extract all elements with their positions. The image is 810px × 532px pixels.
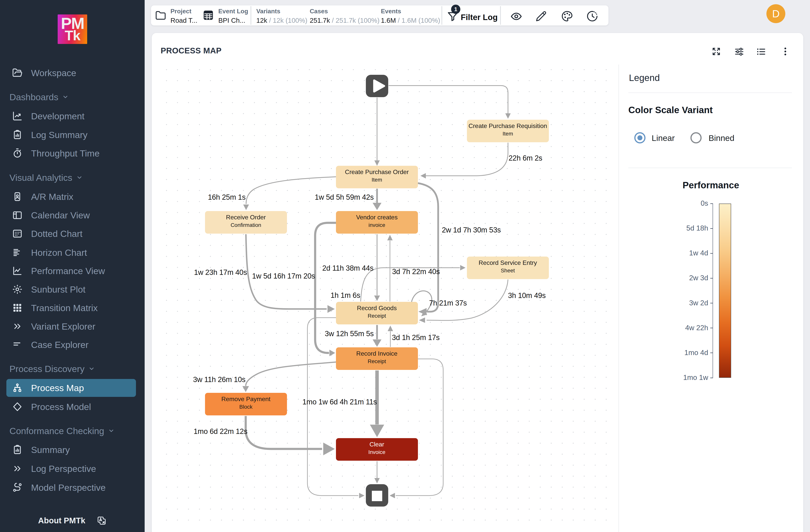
svg-text:1w 5d 5h 59m 42s: 1w 5d 5h 59m 42s <box>315 193 374 201</box>
svg-text:7h 21m 37s: 7h 21m 37s <box>429 299 467 307</box>
svg-text:Sheet: Sheet <box>501 268 515 273</box>
svg-text:Create Purchase Requisition: Create Purchase Requisition <box>468 122 547 129</box>
svg-text:1h 1m 6s: 1h 1m 6s <box>330 291 360 299</box>
svg-text:Receipt: Receipt <box>368 358 386 364</box>
svg-text:3h 10m 49s: 3h 10m 49s <box>508 292 546 300</box>
svg-text:Receipt: Receipt <box>368 313 386 319</box>
svg-text:22h 6m 2s: 22h 6m 2s <box>508 154 542 162</box>
svg-text:3w 12h 55m 5s: 3w 12h 55m 5s <box>325 330 374 338</box>
svg-text:Vendor creates: Vendor creates <box>356 214 398 221</box>
svg-text:1mo 1w 6d 4h 21m 11s: 1mo 1w 6d 4h 21m 11s <box>303 398 377 406</box>
svg-text:Block: Block <box>239 404 253 410</box>
svg-text:Item: Item <box>372 177 382 183</box>
svg-text:Record Service Entry: Record Service Entry <box>479 259 537 266</box>
svg-text:1w 23h 17m 40s: 1w 23h 17m 40s <box>194 268 247 277</box>
svg-text:2w 1d 7h 30m 53s: 2w 1d 7h 30m 53s <box>442 226 501 234</box>
svg-text:Remove Payment: Remove Payment <box>222 396 270 402</box>
svg-text:Confirmation: Confirmation <box>231 222 261 228</box>
svg-text:Record Invoice: Record Invoice <box>356 350 397 357</box>
svg-text:Clear: Clear <box>370 441 384 448</box>
svg-text:1mo 6d 22m 12s: 1mo 6d 22m 12s <box>194 427 247 435</box>
svg-text:3d 1h 25m 17s: 3d 1h 25m 17s <box>392 333 440 342</box>
svg-text:Create Purchase Order: Create Purchase Order <box>345 168 409 176</box>
svg-text:Invoice: Invoice <box>368 449 386 455</box>
svg-text:invoice: invoice <box>368 222 385 228</box>
svg-text:3w 11h 26m 10s: 3w 11h 26m 10s <box>193 376 245 384</box>
svg-text:Record Goods: Record Goods <box>357 304 397 312</box>
svg-text:2d 11h 38m 44s: 2d 11h 38m 44s <box>322 264 374 272</box>
svg-text:Item: Item <box>503 131 513 137</box>
svg-text:3d 7h 22m 40s: 3d 7h 22m 40s <box>392 268 440 276</box>
svg-text:1w 5d 16h 17m 20s: 1w 5d 16h 17m 20s <box>252 272 315 280</box>
svg-text:Receive Order: Receive Order <box>226 214 266 221</box>
svg-text:16h 25m 1s: 16h 25m 1s <box>208 193 246 201</box>
